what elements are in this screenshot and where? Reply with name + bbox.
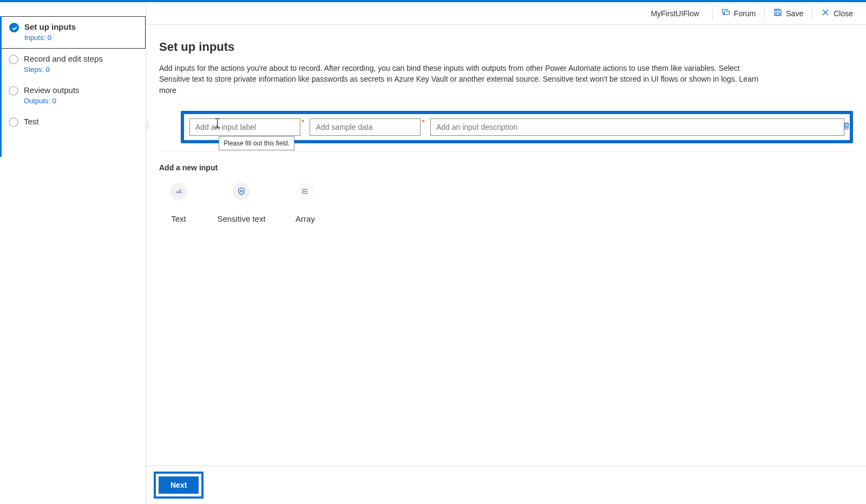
shield-icon [233, 183, 250, 200]
svg-rect-3 [776, 10, 779, 11]
required-star: * [422, 118, 424, 126]
required-star: * [301, 118, 304, 126]
forum-icon [721, 8, 730, 18]
sidebar-item-label: Record and edit steps [24, 54, 103, 63]
wizard-sidebar: Set up inputs Inputs: 0 Record and edit … [0, 2, 146, 504]
divider [712, 6, 713, 21]
sidebar-item-sub: Inputs: 0 [24, 34, 76, 42]
divider [812, 6, 812, 21]
sidebar-item-test[interactable]: Test [0, 111, 146, 134]
sidebar-item-review[interactable]: Review outputs Outputs: 0 [0, 80, 146, 111]
page-title: Set up inputs [159, 40, 853, 54]
input-row: * * [184, 114, 850, 140]
input-type-row: AA Text Sensitive text [159, 183, 853, 223]
circle-icon [9, 117, 18, 127]
close-label: Close [834, 9, 853, 18]
next-button[interactable]: Next [159, 476, 199, 494]
circle-icon [9, 86, 18, 96]
content-area: Set up inputs Add inputs for the actions… [146, 25, 866, 466]
next-button-highlight: Next [154, 472, 204, 499]
divider [764, 6, 765, 21]
toolbar: MyFirstUIFlow Forum [146, 2, 866, 25]
text-type-icon: AA [146, 118, 149, 132]
forum-button[interactable]: Forum [716, 5, 761, 22]
circle-icon [9, 55, 18, 64]
input-description-field[interactable] [430, 118, 844, 136]
sidebar-item-record[interactable]: Record and edit steps Steps: 0 [0, 49, 146, 80]
page-description: Add inputs for the actions you're about … [159, 63, 765, 96]
sample-data-field[interactable] [310, 118, 421, 136]
sidebar-item-inputs[interactable]: Set up inputs Inputs: 0 [0, 16, 146, 49]
type-label: Text [171, 214, 186, 223]
type-array-button[interactable]: Array [291, 183, 319, 223]
delete-input-button[interactable] [839, 118, 854, 134]
svg-rect-1 [724, 11, 730, 15]
app-shell: Set up inputs Inputs: 0 Record and edit … [0, 2, 866, 504]
main-panel: MyFirstUIFlow Forum [146, 2, 866, 504]
forum-label: Forum [734, 9, 756, 18]
input-label-field[interactable] [189, 118, 300, 136]
type-label: Array [296, 214, 315, 223]
close-button[interactable]: Close [816, 5, 858, 22]
type-text-button[interactable]: AA Text [166, 183, 192, 223]
svg-point-4 [240, 190, 242, 192]
divider [159, 151, 853, 151]
check-icon [9, 23, 19, 32]
save-icon [773, 8, 782, 18]
input-row-highlight: * * [181, 111, 853, 143]
save-label: Save [786, 9, 803, 18]
list-icon [297, 183, 314, 200]
flow-name-label: MyFirstUIFlow [641, 9, 708, 18]
sidebar-accent [0, 16, 2, 157]
add-new-input-heading: Add a new input [159, 163, 853, 172]
save-button[interactable]: Save [768, 5, 809, 22]
footer-bar: Next [146, 466, 866, 504]
type-label: Sensitive text [217, 214, 265, 223]
type-sensitive-button[interactable]: Sensitive text [215, 183, 267, 223]
close-icon [821, 8, 830, 18]
sidebar-item-label: Review outputs [24, 85, 80, 95]
sidebar-item-label: Test [24, 117, 39, 126]
svg-rect-2 [776, 13, 780, 15]
sidebar-item-sub: Steps: 0 [24, 65, 103, 74]
sidebar-item-label: Set up inputs [24, 22, 76, 31]
text-icon: AA [170, 183, 187, 200]
sidebar-item-sub: Outputs: 0 [24, 97, 80, 105]
